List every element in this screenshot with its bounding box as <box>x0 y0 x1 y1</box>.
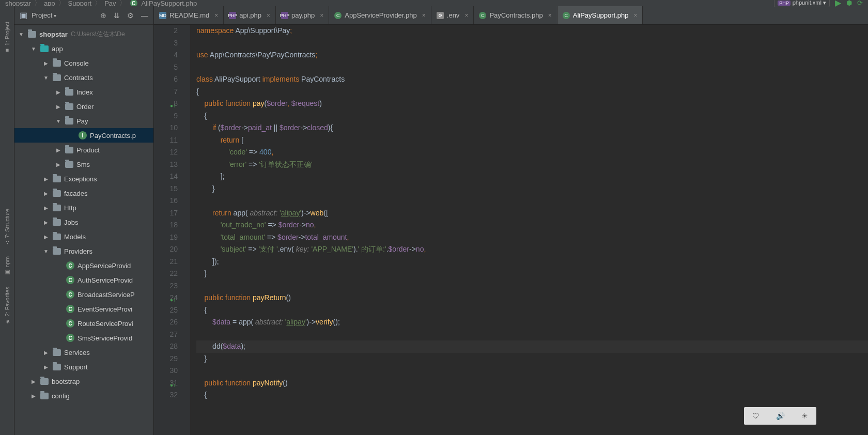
tree-providers[interactable]: ▼Providers <box>14 244 153 258</box>
tree-bootstrap[interactable]: ▶bootstrap <box>14 374 153 389</box>
brightness-icon[interactable]: ☀ <box>801 412 808 420</box>
rail-npm[interactable]: ▣npm <box>2 251 12 281</box>
stop-button[interactable]: ⟳ <box>857 0 863 7</box>
tree-models[interactable]: ▶Models <box>14 229 153 244</box>
tree-sms[interactable]: ▶Sms <box>14 157 153 172</box>
rail-favorites[interactable]: ★2: Favorites <box>2 282 12 330</box>
close-icon[interactable]: × <box>464 12 468 19</box>
tree-app[interactable]: ▼app <box>14 41 153 56</box>
collapse-icon[interactable]: ⇊ <box>114 11 120 20</box>
tree-paycontracts[interactable]: IPayContracts.p <box>14 128 153 143</box>
code-editor[interactable]: 2345678●↑9101112131415161718192021222324… <box>154 25 868 435</box>
tree-root[interactable]: ▼shopstarC:\Users\佐佐木\De <box>14 27 153 41</box>
locate-icon[interactable]: ⊕ <box>100 11 106 20</box>
shield-icon[interactable]: 🛡 <box>752 412 760 420</box>
rail-structure[interactable]: ⛬7: Structure <box>2 204 12 251</box>
tab-env[interactable]: ⚙.env× <box>431 6 474 24</box>
project-panel: ▣ Project ▾ ⊕ ⇊ ⚙ — ▼shopstarC:\Users\佐佐… <box>14 6 154 435</box>
editor-area: MDREADME.md× PHPapi.php× PHPpay.php× CAp… <box>154 6 868 435</box>
run-button[interactable]: ▶ <box>835 0 841 8</box>
tree-smssp[interactable]: CSmsServiceProvid <box>14 331 153 345</box>
close-icon[interactable]: × <box>320 12 323 19</box>
tree-appsp[interactable]: CAppServiceProvid <box>14 258 153 273</box>
gutter[interactable]: 2345678●↑9101112131415161718192021222324… <box>154 25 190 435</box>
project-icon: ▣ <box>20 10 27 20</box>
settings-icon[interactable]: ⚙ <box>127 11 134 20</box>
tree-support[interactable]: ▶Support <box>14 360 153 374</box>
close-icon[interactable]: × <box>422 12 426 19</box>
volume-icon[interactable]: 🔊 <box>776 412 785 420</box>
hide-icon[interactable]: — <box>141 11 148 20</box>
tab-paycontracts[interactable]: CPayContracts.php× <box>474 6 557 24</box>
close-icon[interactable]: × <box>633 12 637 19</box>
project-tree[interactable]: ▼shopstarC:\Users\佐佐木\De ▼app ▶Console ▼… <box>14 25 153 403</box>
tree-broadcastsp[interactable]: CBroadcastServiceP <box>14 287 153 302</box>
tree-eventsp[interactable]: CEventServiceProvi <box>14 302 153 316</box>
close-icon[interactable]: × <box>267 12 270 19</box>
tab-pay[interactable]: PHPpay.php× <box>276 6 329 24</box>
editor-tabs: MDREADME.md× PHPapi.php× PHPpay.php× CAp… <box>154 6 868 25</box>
panel-title[interactable]: Project ▾ <box>32 11 96 19</box>
tree-config[interactable]: ▶config <box>14 389 153 403</box>
run-config-selector[interactable]: PHPphpunit.xml ▾ <box>774 0 830 7</box>
tree-routesp[interactable]: CRouteServiceProvi <box>14 316 153 331</box>
tab-readme[interactable]: MDREADME.md× <box>154 6 224 24</box>
close-icon[interactable]: × <box>548 12 552 19</box>
code-content[interactable]: namespace App\Support\Pay; use App\Contr… <box>190 25 868 435</box>
tree-exceptions[interactable]: ▶Exceptions <box>14 172 153 186</box>
tab-api[interactable]: PHPapi.php× <box>224 6 276 24</box>
tree-pay[interactable]: ▼Pay <box>14 114 153 128</box>
rail-project[interactable]: ■1: Project <box>2 17 12 59</box>
tree-jobs[interactable]: ▶Jobs <box>14 215 153 229</box>
tree-contracts[interactable]: ▼Contracts <box>14 70 153 85</box>
tab-appservice[interactable]: CAppServiceProvider.php× <box>329 6 431 24</box>
tree-product[interactable]: ▶Product <box>14 143 153 157</box>
tree-order[interactable]: ▶Order <box>14 99 153 114</box>
tree-authsp[interactable]: CAuthServiceProvid <box>14 273 153 287</box>
close-icon[interactable]: × <box>214 12 218 19</box>
left-tool-rail: ■1: Project ⛬7: Structure ▣npm ★2: Favor… <box>0 6 14 435</box>
system-tray: 🛡 🔊 ☀ <box>744 407 816 425</box>
debug-button[interactable]: ⬢ <box>846 0 852 7</box>
tree-console[interactable]: ▶Console <box>14 56 153 70</box>
tree-index[interactable]: ▶Index <box>14 85 153 99</box>
tab-alipaysupport[interactable]: CAliPaySupport.php× <box>557 6 643 24</box>
top-bar: shopstar〉 app〉 Support〉 Pay〉 C AliPaySup… <box>0 0 868 6</box>
tree-services[interactable]: ▶Services <box>14 345 153 360</box>
tree-facades[interactable]: ▶facades <box>14 186 153 200</box>
tree-http[interactable]: ▶Http <box>14 200 153 215</box>
